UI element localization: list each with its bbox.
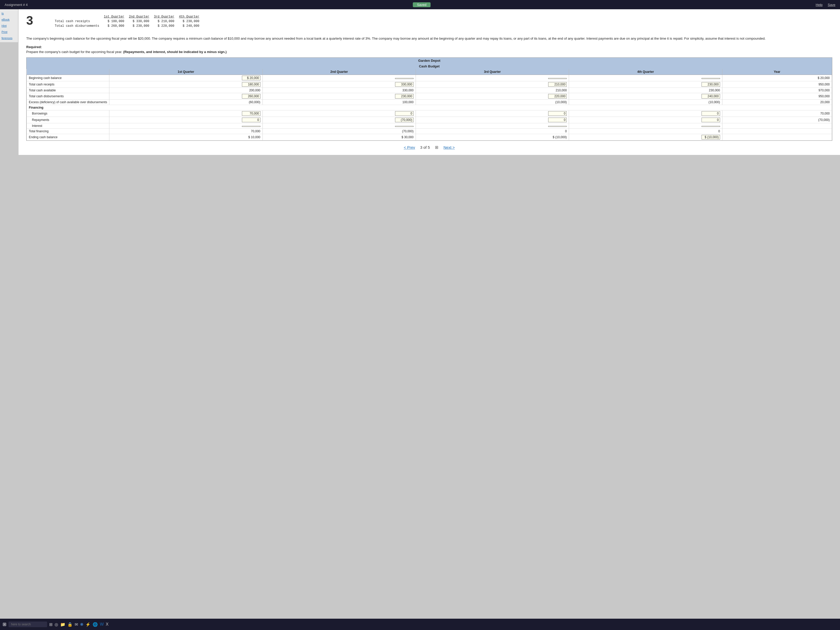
assignment-label: Assignment # 4 xyxy=(5,3,28,7)
end-q1: $ 10,000 xyxy=(109,134,262,140)
save-button[interactable]: Save xyxy=(827,3,835,7)
budget-title: Cash Budget xyxy=(27,63,832,69)
col-header-q2: 2nd Quarter xyxy=(128,14,153,19)
beg-year-cell: $ 20,000 xyxy=(722,75,832,81)
avail-q3: 210,000 xyxy=(415,87,569,93)
borr-q3-input[interactable]: 0 xyxy=(548,111,567,116)
sidenav-print[interactable]: Print xyxy=(2,30,8,33)
end-q3: $ (10,000) xyxy=(415,134,569,140)
budget-row-total-financing: Total financing 70,000 (70,000) 0 0 xyxy=(27,128,832,134)
taskbar-icon-7[interactable]: ⚡ xyxy=(85,622,91,627)
col-header-q3: 3rd Quarter xyxy=(153,14,178,19)
receipts-q2: $ 330,000 xyxy=(128,19,153,24)
row-label-receipts: Total cash receipts xyxy=(54,19,103,24)
receipts-q4: $ 230,000 xyxy=(178,19,203,24)
tf-year xyxy=(722,128,832,134)
rep-q2-input[interactable]: (70,000) xyxy=(395,118,414,122)
prev-button[interactable]: < Prev xyxy=(404,145,415,150)
borr-q2-input[interactable]: 0 xyxy=(395,111,414,116)
rec-q2-input[interactable]: 330,000 xyxy=(395,82,414,87)
borr-q4-input[interactable]: 0 xyxy=(701,111,720,116)
int-q1-cell xyxy=(109,123,262,128)
taskbar-icon-1[interactable]: ⊞ xyxy=(49,622,52,627)
avail-year: 970,000 xyxy=(722,87,832,93)
avail-q4: 230,000 xyxy=(569,87,722,93)
taskbar-search[interactable] xyxy=(8,622,47,627)
beg-q3-cell xyxy=(415,75,569,81)
rep-q3-input[interactable]: 0 xyxy=(548,118,567,122)
disb-q1-input[interactable]: 260,000 xyxy=(242,94,261,99)
side-nav: ts eBook Hint Print ferences xyxy=(0,9,18,42)
budget-row-ending: Ending cash balance $ 10,000 $ 30,000 $ … xyxy=(27,134,832,140)
taskbar-icon-2[interactable]: ◎ xyxy=(55,622,58,627)
row-label: Total cash available xyxy=(27,87,109,93)
beg-q1-cell: $ 20,000 xyxy=(109,75,262,81)
prepare-text: Prepare the company's cash budget for th… xyxy=(26,50,832,54)
budget-row-interest: Interest xyxy=(27,123,832,128)
int-q2-input[interactable] xyxy=(395,126,414,127)
next-button[interactable]: Next > xyxy=(444,145,455,150)
taskbar-icon-10[interactable]: X xyxy=(106,622,109,627)
grid-icon[interactable]: ⊞ xyxy=(435,145,438,150)
sidenav-ebook[interactable]: eBook xyxy=(2,18,9,21)
input-data-table: 1st Quarter 2nd Quarter 3rd Quarter 4th … xyxy=(54,14,203,28)
budget-col-q1: 1st Quarter xyxy=(109,69,262,75)
budget-row-repayments: Repayments 0 (70,000) 0 0 (70,000) xyxy=(27,117,832,123)
rep-q4-input[interactable]: 0 xyxy=(701,118,720,122)
beg-q2-cell xyxy=(262,75,415,81)
rep-q3-cell: 0 xyxy=(415,117,569,123)
taskbar-icon-3[interactable]: 📁 xyxy=(60,622,65,627)
avail-q2: 330,000 xyxy=(262,87,415,93)
int-q4-cell xyxy=(569,123,722,128)
excess-q2: 100,000 xyxy=(262,99,415,105)
int-q3-input[interactable] xyxy=(548,126,567,127)
end-q4-input[interactable]: $ (10,000) xyxy=(701,135,720,139)
beg-q2-input[interactable] xyxy=(395,78,414,79)
help-link[interactable]: Help xyxy=(816,3,823,7)
windows-button[interactable]: ⊞ xyxy=(3,622,6,627)
sidenav-ts[interactable]: ts xyxy=(2,12,4,15)
budget-row-excess: Excess (deficiency) of cash available ov… xyxy=(27,99,832,105)
taskbar-icon-6[interactable]: ❋ xyxy=(80,622,84,627)
rec-q4-input[interactable]: 230,000 xyxy=(701,82,720,87)
rec-q1-cell: 180,000 xyxy=(109,81,262,87)
taskbar-icon-9[interactable]: W xyxy=(100,622,104,627)
page-info: 3 of 5 xyxy=(420,145,430,150)
disb-q3-input[interactable]: 220,000 xyxy=(548,94,567,99)
data-table-wrapper: 1st Quarter 2nd Quarter 3rd Quarter 4th … xyxy=(54,14,203,28)
avail-q1: 200,000 xyxy=(109,87,262,93)
disb-q4-cell: 240,000 xyxy=(569,93,722,99)
disb-q4-input[interactable]: 240,000 xyxy=(701,94,720,99)
row-label-total-financing: Total financing xyxy=(27,128,109,134)
beg-q1-input[interactable]: $ 20,000 xyxy=(242,76,261,80)
disb-q1-cell: 260,000 xyxy=(109,93,262,99)
int-q4-input[interactable] xyxy=(701,126,720,127)
disbursements-q2: $ 230,000 xyxy=(128,24,153,28)
sidenav-references[interactable]: ferences xyxy=(2,36,13,39)
tf-q4: 0 xyxy=(569,128,722,134)
sidenav-hint[interactable]: Hint xyxy=(2,24,7,27)
financing-label: Financing xyxy=(27,105,832,110)
col-header-blank xyxy=(54,14,103,19)
rep-q1-input[interactable]: 0 xyxy=(242,118,261,122)
col-header-q4: 4th Quarter xyxy=(178,14,203,19)
row-label: Excess (deficiency) of cash available ov… xyxy=(27,99,109,105)
borr-q1-input[interactable]: 70,000 xyxy=(242,111,261,116)
row-label: Beginning cash balance xyxy=(27,75,109,81)
budget-row-borrowings: Borrowings 70,000 0 0 0 70,000 xyxy=(27,110,832,117)
beg-q3-input[interactable] xyxy=(548,78,567,79)
tf-q1: 70,000 xyxy=(109,128,262,134)
rec-q3-input[interactable]: 210,000 xyxy=(548,82,567,87)
rec-year-cell: 950,000 xyxy=(722,81,832,87)
int-q1-input[interactable] xyxy=(242,126,261,127)
beg-q4-input[interactable] xyxy=(701,78,720,79)
content-area: 3 1st Quarter 2nd Quarter 3rd Quarter 4t… xyxy=(19,9,840,155)
budget-row-receipts: Total cash receipts 180,000 330,000 210,… xyxy=(27,81,832,87)
taskbar-icon-5[interactable]: ✉ xyxy=(75,622,78,627)
budget-row-financing-header: Financing xyxy=(27,105,832,110)
rec-q1-input[interactable]: 180,000 xyxy=(242,82,261,87)
disb-q2-input[interactable]: 230,000 xyxy=(395,94,414,99)
taskbar-icon-8[interactable]: 🌐 xyxy=(93,622,98,627)
taskbar-icon-4[interactable]: 🔒 xyxy=(68,622,73,627)
pagination: < Prev 3 of 5 ⊞ Next > xyxy=(26,145,832,150)
